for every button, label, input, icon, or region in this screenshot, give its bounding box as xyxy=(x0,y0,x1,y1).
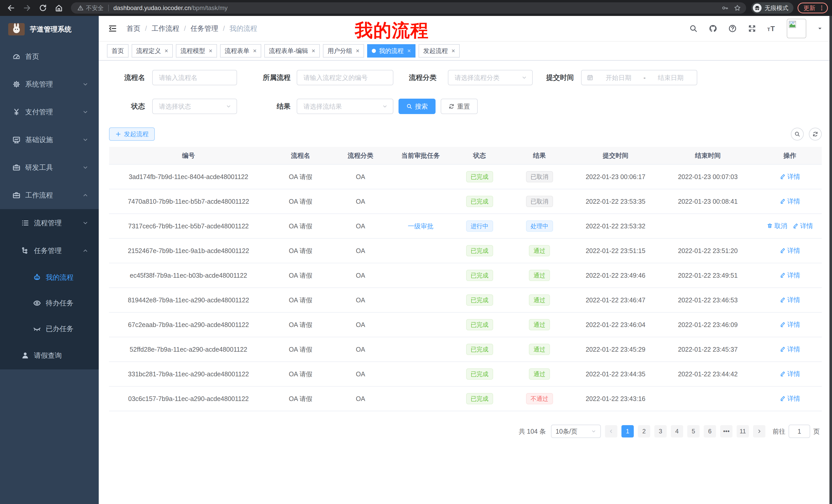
goto-page-input[interactable] xyxy=(788,425,810,438)
detail-action-link[interactable]: 详情 xyxy=(792,222,813,230)
tab-process-form[interactable]: 流程表单 × xyxy=(220,44,261,58)
cell-current-task xyxy=(388,337,453,362)
tab-process-form-edit[interactable]: 流程表单-编辑 × xyxy=(264,44,320,58)
reset-button[interactable]: 重置 xyxy=(441,99,478,114)
cell-category: OA xyxy=(333,263,388,288)
sidebar-item-done-task[interactable]: 已办任务 xyxy=(0,316,99,342)
page-button-2[interactable]: 2 xyxy=(638,425,650,438)
detail-action-link[interactable]: 详情 xyxy=(780,246,800,255)
bookmark-star-icon[interactable] xyxy=(734,4,741,11)
detail-action-link[interactable]: 详情 xyxy=(780,197,800,205)
sidebar-item-devtools[interactable]: 研发工具 xyxy=(0,153,99,181)
header-search-icon[interactable] xyxy=(689,24,698,33)
update-button[interactable]: 更新 xyxy=(798,3,828,13)
detail-action-link[interactable]: 详情 xyxy=(780,370,800,378)
detail-action-link[interactable]: 详情 xyxy=(780,394,800,403)
avatar[interactable] xyxy=(787,19,806,38)
help-icon[interactable] xyxy=(728,24,737,33)
page-more-button[interactable]: ••• xyxy=(720,425,732,438)
browser-menu-icon[interactable] xyxy=(818,5,825,11)
password-key-icon[interactable] xyxy=(722,4,729,11)
status-select[interactable]: 请选择状态 xyxy=(152,99,237,114)
current-task-link[interactable]: 一级审批 xyxy=(408,222,434,230)
tab-close-icon[interactable]: × xyxy=(407,47,411,54)
result-select[interactable]: 请选择流结果 xyxy=(297,99,393,114)
toggle-search-button[interactable] xyxy=(791,128,804,141)
row-actions: 详情 xyxy=(780,320,800,329)
sidebar-item-my-process[interactable]: 我的流程 xyxy=(0,264,99,290)
detail-action-link[interactable]: 详情 xyxy=(780,172,800,181)
page-size-select[interactable]: 10条/页 xyxy=(551,425,601,438)
tab-close-icon[interactable]: × xyxy=(451,47,455,54)
breadcrumb-item[interactable]: 任务管理 xyxy=(190,24,218,33)
breadcrumb-item[interactable]: 工作流程 xyxy=(152,24,179,33)
browser-forward-icon[interactable] xyxy=(23,4,31,12)
page-button-11[interactable]: 11 xyxy=(737,425,749,438)
url-text: dashboard.yudao.iocoder.cn/bpm/task/my xyxy=(113,4,716,11)
page-button-5[interactable]: 5 xyxy=(687,425,700,438)
sidebar-item-home[interactable]: 首页 xyxy=(0,43,99,71)
tab-my-process[interactable]: 我的流程 × xyxy=(367,44,415,58)
tab-close-icon[interactable]: × xyxy=(164,47,168,54)
sidebar-item-todo-task[interactable]: 待办任务 xyxy=(0,290,99,316)
sidebar-item-leave-query[interactable]: 请假查询 xyxy=(0,342,99,369)
fullscreen-icon[interactable] xyxy=(748,24,756,33)
cancel-action-link[interactable]: 取消 xyxy=(767,222,787,230)
cell-process-name: OA 请假 xyxy=(268,288,333,312)
search-button[interactable]: 搜索 xyxy=(398,99,436,114)
process-name-input[interactable] xyxy=(152,70,237,85)
font-size-icon[interactable]: TT xyxy=(767,24,776,33)
detail-action-link[interactable]: 详情 xyxy=(780,296,800,304)
sidebar-item-payment[interactable]: 支付管理 xyxy=(0,98,99,126)
cell-process-name: OA 请假 xyxy=(268,164,333,189)
gauge-icon xyxy=(12,52,21,61)
github-icon[interactable] xyxy=(709,24,717,33)
browser-reload-icon[interactable] xyxy=(38,4,47,12)
start-process-button[interactable]: 发起流程 xyxy=(109,128,155,141)
table-row: 3ad174fb-7b9d-11ec-8404-acde48001122 OA … xyxy=(109,164,822,189)
sidebar-item-task-manage[interactable]: 任务管理 xyxy=(0,237,99,264)
next-page-button[interactable] xyxy=(753,425,765,438)
sidebar-item-infra[interactable]: 基础设施 xyxy=(0,126,99,153)
tab-process-definition[interactable]: 流程定义 × xyxy=(132,44,173,58)
tab-user-group[interactable]: 用户分组 × xyxy=(323,44,364,58)
tab-label: 首页 xyxy=(111,47,124,55)
detail-action-link[interactable]: 详情 xyxy=(780,271,800,279)
sidebar-item-process-manage[interactable]: 流程管理 xyxy=(0,209,99,237)
browser-chrome: 不安全 dashboard.yudao.iocoder.cn/bpm/task/… xyxy=(0,0,832,16)
tab-close-icon[interactable]: × xyxy=(253,47,257,54)
detail-action-link[interactable]: 详情 xyxy=(780,320,800,329)
category-select[interactable]: 请选择流程分类 xyxy=(448,70,533,85)
tab-start-process[interactable]: 发起流程 × xyxy=(419,44,460,58)
address-bar[interactable]: 不安全 dashboard.yudao.iocoder.cn/bpm/task/… xyxy=(71,2,746,13)
incognito-badge: 无痕模式 xyxy=(751,2,794,13)
browser-home-icon[interactable] xyxy=(54,4,63,12)
page-button-4[interactable]: 4 xyxy=(671,425,683,438)
tab-home[interactable]: 首页 xyxy=(107,44,129,58)
browser-back-icon[interactable] xyxy=(7,4,16,12)
page-button-1[interactable]: 1 xyxy=(621,425,634,438)
page-button-3[interactable]: 3 xyxy=(654,425,667,438)
tab-close-icon[interactable]: × xyxy=(356,47,359,54)
table-row: 03c6c157-7b9a-11ec-a290-acde48001122 OA … xyxy=(109,386,822,411)
sidebar-toggle-icon[interactable] xyxy=(108,24,117,33)
sidebar-item-workflow[interactable]: 工作流程 xyxy=(0,181,99,209)
tab-process-model[interactable]: 流程模型 × xyxy=(176,44,217,58)
cell-id: ec45f38f-7b9a-11ec-b03b-acde48001122 xyxy=(109,263,268,288)
cell-end-time: 2022-01-22 23:44:42 xyxy=(658,362,758,386)
breadcrumb-item[interactable]: 首页 xyxy=(127,24,140,33)
tab-close-icon[interactable]: × xyxy=(312,47,315,54)
process-definition-input[interactable] xyxy=(297,70,393,85)
chevron-down-icon xyxy=(82,220,88,226)
browser-scrollbar[interactable] xyxy=(829,16,832,504)
refresh-table-button[interactable] xyxy=(809,128,822,141)
user-menu-caret-icon[interactable] xyxy=(817,26,823,31)
sidebar-item-system[interactable]: 系统管理 xyxy=(0,71,99,98)
page-button-6[interactable]: 6 xyxy=(704,425,716,438)
detail-action-link[interactable]: 详情 xyxy=(780,345,800,354)
row-actions: 详情 xyxy=(780,296,800,304)
status-tag: 进行中 xyxy=(466,220,493,232)
tab-close-icon[interactable]: × xyxy=(209,47,212,54)
prev-page-button[interactable] xyxy=(605,425,617,438)
submit-time-range-picker[interactable]: 开始日期 - 结束日期 xyxy=(581,70,697,85)
